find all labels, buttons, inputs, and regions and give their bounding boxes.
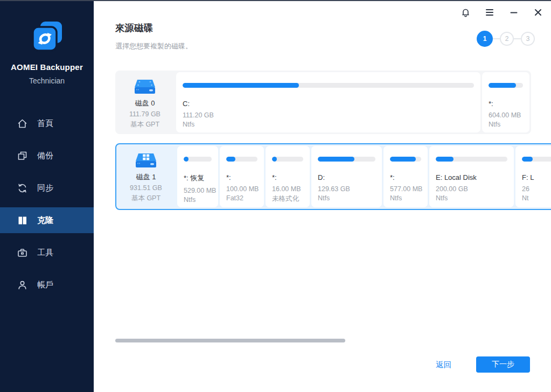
partition-label: E: Local Disk [436,173,507,181]
usage-bar [184,157,212,162]
partition-card[interactable]: *: 604.00 MB Ntfs [482,72,529,132]
sidebar-item-label: 工具 [37,248,53,258]
partition-fs: 未格式化 [272,194,303,204]
disk-name: 磁盘 1 [136,172,156,182]
hdd-disk-icon [132,76,157,97]
disk-list: 磁盘 0 111.79 GB 基本 GPT C: 111.20 GB Ntfs … [115,71,551,210]
sidebar-item-home[interactable]: 首頁 [0,110,94,136]
tools-icon [17,247,28,258]
sidebar-item-label: 帳戶 [37,280,53,290]
partition-size: 129.63 GB [318,185,375,193]
usage-bar [522,157,551,162]
partition-size: 100.00 MB [226,185,257,193]
disk-info[interactable]: 磁盘 1 931.51 GB 基本 GPT [116,144,176,209]
sidebar-item-label: 同步 [37,183,53,193]
partition-fs: Ntfs [318,194,375,202]
sync-icon [17,183,28,194]
sidebar-menu: 首頁 備份 同步 克隆 工具 帳戶 [0,110,94,298]
app-window: AOMEI Backupper Technician 首頁 備份 同步 克隆 工… [0,0,551,392]
partition-size: 604.00 MB [489,111,523,119]
partition-label: *: [272,173,303,181]
footer-actions: 返回 下一步 [436,356,530,373]
partition-size: 26 [522,185,551,193]
backup-icon [17,150,28,162]
close-icon[interactable] [532,6,544,18]
sidebar-item-clone[interactable]: 克隆 [0,207,94,233]
partition-fs: Ntfs [436,194,507,202]
usage-bar [390,157,421,162]
sidebar-item-label: 克隆 [37,215,53,226]
sidebar-item-backup[interactable]: 備份 [0,143,94,169]
app-edition: Technician [0,76,94,85]
notification-bell-icon[interactable] [459,6,471,18]
partition-size: 200.00 GB [436,185,507,193]
partition-size: 577.00 MB [390,185,421,193]
partition-card[interactable]: F: L 26 Nt [515,146,551,207]
partition-card[interactable]: E: Local Disk 200.00 GB Ntfs [429,146,514,207]
partition-label: C: [183,100,474,108]
partition-size: 16.00 MB [272,185,303,193]
disk-size: 111.79 GB [129,110,161,118]
usage-bar [489,83,523,88]
usage-bar [183,83,474,88]
horizontal-scrollbar[interactable] [115,339,345,342]
main-panel: 來源磁碟 選擇您想要複製的磁碟。 1 2 3 磁盘 0 111.79 GB 基本… [94,1,551,392]
next-button[interactable]: 下一步 [476,356,530,373]
step-2: 2 [500,32,514,46]
step-connector [514,38,521,39]
disk-row-0[interactable]: 磁盘 0 111.79 GB 基本 GPT C: 111.20 GB Ntfs … [115,71,531,134]
usage-bar [272,157,303,162]
home-icon [17,118,28,129]
partition-label: *: [226,173,257,181]
partition-fs: Fat32 [226,194,257,202]
disk-name: 磁盘 0 [135,99,155,108]
app-logo-icon [0,20,94,54]
minimize-icon[interactable] [508,6,520,18]
partition-label: *: [390,173,421,181]
partition-strip: *: 恢复 529.00 MB Ntfs *: 100.00 MB Fat32 … [176,144,551,209]
partition-label: *: [489,100,523,108]
partition-fs: Ntfs [489,121,523,128]
partition-label: *: 恢复 [184,173,212,183]
partition-strip: C: 111.20 GB Ntfs *: 604.00 MB Ntfs [175,71,531,134]
step-3: 3 [521,32,535,46]
sidebar-item-label: 首頁 [37,118,53,129]
disk-info[interactable]: 磁盘 0 111.79 GB 基本 GPT [115,71,175,134]
sidebar-item-sync[interactable]: 同步 [0,175,94,201]
partition-card[interactable]: D: 129.63 GB Ntfs [311,146,382,207]
partition-size: 111.20 GB [183,111,474,119]
usage-bar [318,157,375,162]
partition-card[interactable]: *: 恢复 529.00 MB Ntfs [177,146,218,207]
sidebar-item-tools[interactable]: 工具 [0,240,94,265]
usage-bar [436,157,507,162]
partition-fs: Ntfs [184,196,212,204]
account-icon [17,279,28,291]
disk-size: 931.51 GB [130,184,162,192]
partition-label: D: [318,173,375,181]
ssd-disk-icon [134,150,158,171]
partition-card[interactable]: *: 100.00 MB Fat32 [220,146,264,207]
step-indicator: 1 2 3 [477,31,535,47]
disk-row-1[interactable]: 磁盘 1 931.51 GB 基本 GPT *: 恢复 529.00 MB Nt… [115,143,551,210]
step-1: 1 [477,31,493,47]
partition-card[interactable]: *: 577.00 MB Ntfs [383,146,428,207]
partition-card[interactable]: *: 16.00 MB 未格式化 [266,146,310,207]
partition-fs: Ntfs [183,121,474,128]
clone-icon [17,215,28,226]
back-button[interactable]: 返回 [436,360,451,370]
partition-card[interactable]: C: 111.20 GB Ntfs [176,72,480,132]
titlebar-controls [459,6,544,18]
sidebar-item-account[interactable]: 帳戶 [0,272,94,298]
sidebar-item-label: 備份 [37,151,53,161]
app-menu-icon[interactable] [484,6,496,18]
app-name: AOMEI Backupper [0,62,94,72]
step-connector [493,38,500,39]
partition-fs: Nt [522,194,551,202]
sidebar: AOMEI Backupper Technician 首頁 備份 同步 克隆 工… [0,1,94,392]
usage-bar [226,157,257,162]
partition-label: F: L [522,173,551,181]
disk-type: 基本 GPT [131,194,161,203]
partition-size: 529.00 MB [184,187,212,194]
partition-fs: Ntfs [390,194,421,202]
disk-type: 基本 GPT [130,120,159,129]
